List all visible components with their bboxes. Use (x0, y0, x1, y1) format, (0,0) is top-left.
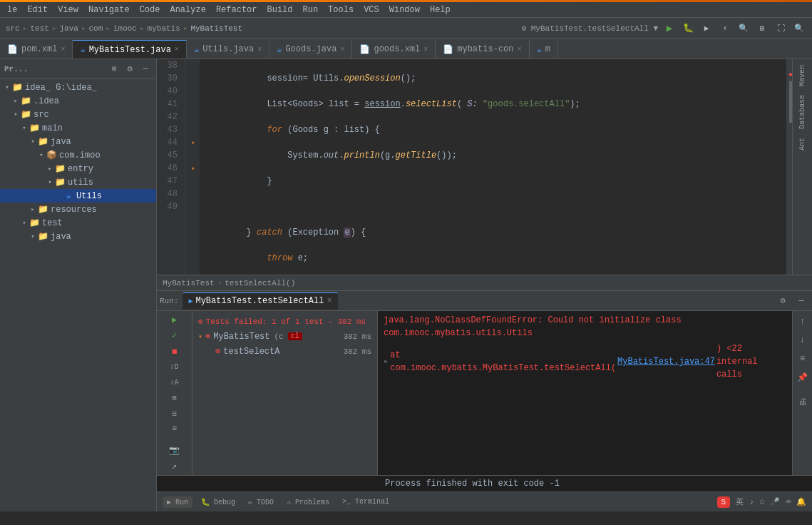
menu-help[interactable]: Help (426, 4, 455, 16)
editor-scrollbar[interactable] (786, 59, 792, 275)
expand-icon[interactable]: ▸ (384, 355, 389, 368)
tree-item-test[interactable]: ▾ 📁 test (0, 216, 156, 230)
up-btn[interactable]: ↑ (795, 314, 811, 330)
code-editor[interactable]: 38 39 40 41 42 43 44 45 46 47 48 49 (157, 59, 786, 275)
tree-item-src[interactable]: ▾ 📁 src (0, 108, 156, 121)
ime-emoji[interactable]: ☺ (760, 498, 765, 506)
global-search[interactable]: 🔍 (792, 21, 806, 36)
menu-edit[interactable]: Edit (23, 4, 52, 16)
export-btn[interactable]: ↗ (167, 459, 183, 472)
tab-goodsxml-close[interactable]: × (423, 46, 428, 53)
tab-mybatiscon[interactable]: 📄 mybatis-con × (436, 40, 529, 58)
play-btn[interactable]: ▶ (167, 314, 183, 327)
tab-mybatiscon-close[interactable]: × (517, 46, 521, 53)
console-link[interactable]: MyBatisTest.java:47 (617, 355, 715, 368)
terminal-tab-btn[interactable]: >_ Terminal (338, 496, 394, 508)
run-tab-btn[interactable]: ▶ Run (163, 496, 192, 508)
problems-tab-btn[interactable]: ⚠ Problems (282, 496, 334, 508)
tab-pom-close[interactable]: × (61, 46, 65, 53)
ime-lang[interactable]: 英 (736, 496, 744, 507)
tree-item-resources[interactable]: ▸ 📁 resources (0, 203, 156, 216)
close-panel-btn[interactable]: — (793, 293, 809, 309)
ime-notification[interactable]: 🔔 (796, 497, 806, 506)
breadcrumb-test[interactable]: test (30, 24, 48, 33)
ant-label[interactable]: Ant (797, 135, 808, 153)
tab-mybatistest-close[interactable]: × (175, 46, 179, 53)
run-tab-close[interactable]: × (327, 296, 332, 306)
breadcrumb-com[interactable]: com (89, 24, 103, 33)
tab-goodsxml[interactable]: 📄 goods.xml × (352, 40, 436, 58)
tab-utils[interactable]: ☕ Utils.java × (187, 40, 269, 58)
breadcrumb-mybatistest[interactable]: MyBatisTest (190, 24, 242, 33)
ime-indicator[interactable]: S (717, 496, 731, 508)
menu-view[interactable]: View (53, 4, 83, 16)
menu-refactor[interactable]: Refactor (212, 4, 262, 16)
ime-icon2[interactable]: ♪ (749, 498, 754, 506)
menu-build[interactable]: Build (262, 4, 297, 16)
breadcrumb-method[interactable]: testSelectAll() (225, 279, 295, 287)
down-btn[interactable]: ↓ (795, 332, 811, 348)
breadcrumb-imooc[interactable]: imooc (113, 24, 137, 33)
maven-label[interactable]: Maven (797, 62, 808, 89)
breadcrumb-src[interactable]: src (6, 24, 20, 33)
run-config-label[interactable]: ⚙ MyBatisTest.testSelectAll ▼ (522, 24, 658, 33)
tree-item-root[interactable]: ▾ 📁 idea_ G:\idea_ (0, 81, 156, 94)
tab-extra[interactable]: ☕ m (530, 40, 558, 58)
tab-goods[interactable]: ☕ Goods.java × (269, 40, 352, 58)
tree-item-idea[interactable]: ▸ 📁 .idea (0, 94, 156, 108)
menu-window[interactable]: Window (385, 4, 424, 16)
fullscreen-button[interactable]: ⛶ (774, 21, 788, 36)
filter-btn[interactable]: ≡ (795, 351, 811, 367)
tree-item-main[interactable]: ▾ 📁 main (0, 121, 156, 135)
sidebar-settings-btn[interactable]: ⚙ (123, 63, 136, 76)
ime-mic[interactable]: 🎤 (770, 497, 780, 506)
breadcrumb-java[interactable]: java (59, 24, 78, 33)
menu-navigate[interactable]: Navigate (84, 4, 134, 16)
sort-duration-btn[interactable]: ↕D (167, 360, 183, 373)
tree-item-entry[interactable]: ▸ 📁 entry (0, 162, 156, 175)
tree-item-utils[interactable]: ▾ 📁 utils (0, 175, 156, 189)
tab-mybatistest[interactable]: ☕ MyBatisTest.java × (73, 40, 186, 58)
todo-tab-btn[interactable]: ✏ TODO (244, 496, 278, 508)
expand-btn[interactable]: ⊞ (167, 392, 183, 404)
sidebar-add-btn[interactable]: ⊕ (108, 63, 120, 76)
menu-vcs[interactable]: VCS (359, 4, 384, 16)
tab-goods-close[interactable]: × (340, 46, 344, 53)
check-btn[interactable]: ✓ (167, 330, 183, 342)
coverage-button[interactable]: ▶ (699, 21, 714, 36)
run-button[interactable]: ▶ (662, 21, 677, 36)
tree-item-testjava[interactable]: ▾ 📁 java (0, 230, 156, 243)
breadcrumb-class[interactable]: MyBatisTest (163, 279, 215, 287)
code-content[interactable]: session= Utils.openSession(); List<Goods… (200, 59, 786, 275)
menu-analyze[interactable]: Analyze (165, 4, 210, 16)
tree-item-java[interactable]: ▾ 📁 java (0, 135, 156, 148)
menu-run[interactable]: Run (299, 4, 323, 16)
menu-le[interactable]: le (3, 4, 21, 16)
settings-run-btn[interactable]: ⚙ (775, 293, 791, 309)
test-item-testselectall[interactable]: ⊗ testSelectA 382 ms (192, 344, 377, 359)
breadcrumb-mybatis[interactable]: mybatis (148, 24, 180, 33)
tree-item-comimooc[interactable]: ▾ 📦 com.imoo (0, 148, 156, 162)
profile-button[interactable]: ⚡ (718, 21, 732, 36)
collapse-btn[interactable]: ⊟ (167, 407, 183, 420)
tree-item-utilsfile[interactable]: ☕ Utils (0, 189, 156, 203)
camera-btn[interactable]: 📷 (167, 444, 183, 457)
print-btn[interactable]: 🖨 (795, 394, 811, 409)
tab-utils-close[interactable]: × (257, 46, 262, 53)
menu-tools[interactable]: Tools (324, 4, 358, 16)
ime-keyboard[interactable]: ⌨ (786, 497, 791, 506)
debug-tab-btn[interactable]: 🐛 Debug (197, 496, 240, 508)
run-extra1[interactable]: ≡ (167, 423, 183, 436)
pin-btn[interactable]: 📌 (795, 369, 811, 385)
debug-button[interactable]: 🐛 (681, 21, 695, 36)
database-label[interactable]: Database (797, 92, 808, 132)
sidebar-collapse-btn[interactable]: — (139, 63, 152, 76)
layout-button[interactable]: ⊞ (755, 21, 769, 36)
console-output[interactable]: java.lang.NoClassDefFoundError: Could no… (378, 311, 792, 475)
sort-alpha-btn[interactable]: ↕A (167, 376, 183, 389)
stop-btn[interactable]: ◼ (167, 345, 183, 358)
search-button[interactable]: 🔍 (736, 21, 751, 36)
test-item-mybatistest[interactable]: ▾ ⊗ MyBatisTest (c cl 382 ms (192, 329, 377, 344)
menu-code[interactable]: Code (135, 4, 165, 16)
bottom-tab-run[interactable]: ▶ MyBatisTest.testSelectAll × (183, 292, 337, 310)
